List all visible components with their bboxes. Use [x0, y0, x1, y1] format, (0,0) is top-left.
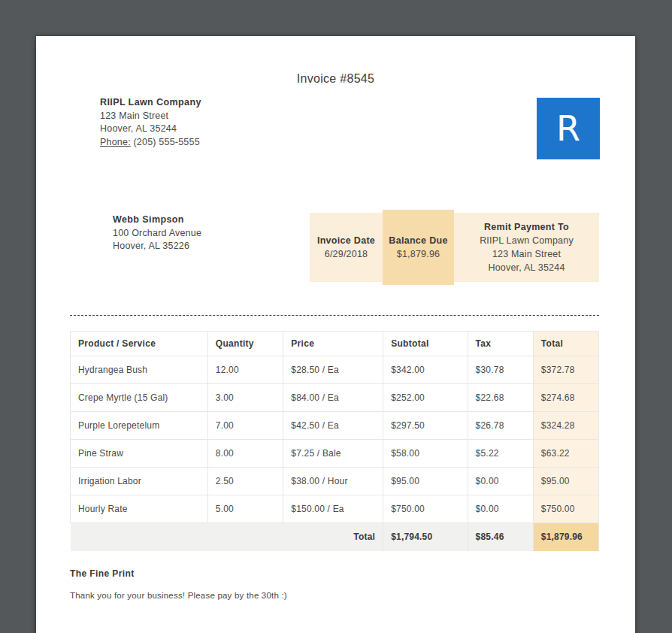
cell-price: $42.50 / Ea [283, 412, 383, 440]
balance-due-label: Balance Due [383, 234, 454, 247]
company-name: RIIPL Lawn Company [100, 96, 201, 110]
remit-address2: Hoover, AL 35244 [454, 261, 599, 274]
invoice-summary: Invoice Date 6/29/2018 Balance Due $1,87… [310, 213, 599, 285]
col-header-quantity: Quantity [207, 332, 283, 356]
dashed-divider [70, 315, 599, 316]
table-row: Hourly Rate 5.00 $150.00 / Ea $750.00 $0… [71, 495, 599, 523]
logo-letter-r: R [556, 108, 580, 149]
desktop-background: { "page": { "title": "Invoice #8545" }, … [0, 0, 672, 633]
col-header-subtotal: Subtotal [383, 332, 468, 356]
cell-subtotal: $252.00 [383, 384, 468, 412]
phone-value: (205) 555-5555 [131, 137, 200, 147]
invoice-date-box: Invoice Date 6/29/2018 [310, 213, 383, 282]
col-header-total: Total [533, 332, 598, 356]
cell-product: Hourly Rate [71, 495, 208, 523]
table-row: Pine Straw 8.00 $7.25 / Bale $58.00 $5.2… [71, 440, 599, 468]
company-address-block: RIIPL Lawn Company 123 Main Street Hoove… [100, 96, 201, 149]
table-header-row: Product / Service Quantity Price Subtota… [71, 332, 599, 356]
cell-tax: $0.00 [468, 495, 533, 523]
cell-price: $150.00 / Ea [283, 495, 383, 523]
cell-quantity: 2.50 [207, 468, 283, 495]
col-header-product: Product / Service [71, 332, 208, 356]
cell-subtotal: $297.50 [383, 412, 468, 440]
cell-quantity: 7.00 [207, 412, 283, 440]
cell-price: $28.50 / Ea [283, 356, 383, 384]
fine-print-text: Thank you for your business! Please pay … [70, 591, 287, 600]
cell-tax: $26.78 [468, 412, 533, 440]
cell-quantity: 3.00 [207, 384, 283, 412]
customer-address-block: Webb Simpson 100 Orchard Avenue Hoover, … [113, 214, 201, 253]
table-row: Purple Lorepetelum 7.00 $42.50 / Ea $297… [71, 412, 599, 440]
grand-total-value: $1,879.96 [533, 523, 598, 551]
cell-tax: $5.22 [468, 440, 533, 468]
cell-total: $63.22 [533, 440, 598, 468]
cell-tax: $0.00 [468, 468, 533, 495]
invoice-date-label: Invoice Date [310, 234, 383, 247]
line-items-table-wrap: Product / Service Quantity Price Subtota… [70, 331, 599, 551]
cell-price: $38.00 / Hour [283, 468, 383, 495]
cell-quantity: 5.00 [207, 495, 283, 523]
cell-total: $372.78 [533, 356, 598, 384]
col-header-tax: Tax [468, 332, 533, 356]
cell-quantity: 12.00 [207, 356, 283, 384]
invoice-date-value: 6/29/2018 [310, 247, 383, 261]
total-subtotal-value: $1,794.50 [383, 523, 468, 551]
page-title: Invoice #8545 [36, 72, 635, 86]
company-phone-line: Phone: (205) 555-5555 [100, 136, 201, 150]
cell-quantity: 8.00 [207, 440, 283, 468]
invoice-page: Invoice #8545 RIIPL Lawn Company 123 Mai… [36, 36, 635, 633]
customer-address-line1: 100 Orchard Avenue [113, 227, 201, 241]
phone-label: Phone: [100, 137, 131, 147]
remit-payment-box: Remit Payment To RIIPL Lawn Company 123 … [454, 213, 599, 282]
remit-label: Remit Payment To [454, 220, 599, 234]
table-total-row: Total $1,794.50 $85.46 $1,879.96 [71, 523, 599, 551]
cell-product: Pine Straw [71, 440, 208, 468]
cell-price: $7.25 / Bale [283, 440, 383, 468]
cell-product: Hydrangea Bush [71, 356, 208, 384]
cell-tax: $30.78 [468, 356, 533, 384]
total-tax-value: $85.46 [468, 523, 533, 551]
col-header-price: Price [283, 332, 383, 356]
cell-product: Purple Lorepetelum [71, 412, 208, 440]
cell-subtotal: $342.00 [383, 356, 468, 384]
cell-total: $95.00 [533, 468, 598, 495]
cell-subtotal: $58.00 [383, 440, 468, 468]
table-row: Hydrangea Bush 12.00 $28.50 / Ea $342.00… [71, 356, 599, 384]
cell-total: $750.00 [533, 495, 598, 523]
customer-name: Webb Simpson [113, 214, 201, 227]
cell-total: $274.68 [533, 384, 598, 412]
cell-product: Irrigation Labor [71, 468, 208, 495]
line-items-table: Product / Service Quantity Price Subtota… [70, 331, 599, 551]
company-address-line2: Hoover, AL 35244 [100, 123, 201, 136]
remit-name: RIIPL Lawn Company [454, 234, 599, 247]
fine-print-title: The Fine Print [70, 568, 135, 579]
customer-address-line2: Hoover, AL 35226 [113, 240, 201, 253]
table-row: Irrigation Labor 2.50 $38.00 / Hour $95.… [71, 468, 599, 495]
table-row: Crepe Myrtle (15 Gal) 3.00 $84.00 / Ea $… [71, 384, 599, 412]
company-logo: R [537, 98, 600, 159]
company-address-line1: 123 Main Street [100, 110, 201, 123]
cell-subtotal: $95.00 [383, 468, 468, 495]
cell-total: $324.28 [533, 412, 598, 440]
cell-tax: $22.68 [468, 384, 533, 412]
balance-due-value: $1,879.96 [383, 247, 454, 261]
cell-price: $84.00 / Ea [283, 384, 383, 412]
cell-subtotal: $750.00 [383, 495, 468, 523]
balance-due-box: Balance Due $1,879.96 [383, 210, 454, 285]
cell-product: Crepe Myrtle (15 Gal) [71, 384, 208, 412]
total-row-label: Total [71, 523, 383, 551]
remit-address1: 123 Main Street [454, 247, 599, 261]
